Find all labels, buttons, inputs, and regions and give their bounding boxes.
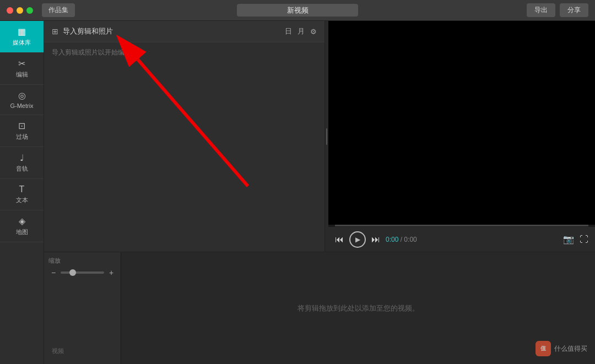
sidebar-item-text[interactable]: T 文本 (0, 179, 44, 210)
titlebar-right: 导出 分享 (527, 3, 588, 17)
preview-controls: ⏮ ▶ ⏭ 0:00 / 0:00 📷 ⛶ (328, 226, 595, 252)
top-section: ⊞ 导入剪辑和照片 日 月 ⚙ 导入剪辑或照片以开始编辑。 (44, 21, 595, 252)
sidebar-item-audio[interactable]: ♩ 音轨 (0, 147, 44, 179)
library-title-row: ⊞ 导入剪辑和照片 (52, 26, 113, 36)
sidebar-item-map[interactable]: ◈ 地图 (0, 210, 44, 242)
zoom-out-button[interactable]: − (48, 268, 58, 277)
main-layout: ▦ 媒体库 ✂ 编辑 ◎ G-Metrix ⊡ 过场 ♩ 音轨 T 文本 ◈ 地… (0, 21, 595, 364)
screenshot-button[interactable]: 📷 (563, 234, 574, 245)
settings-button[interactable]: ⚙ (310, 28, 317, 36)
skip-back-button[interactable]: ⏮ (335, 235, 344, 245)
sidebar-item-media[interactable]: ▦ 媒体库 (0, 21, 44, 53)
preview-panel: ⏮ ▶ ⏭ 0:00 / 0:00 📷 ⛶ (328, 21, 595, 252)
video-track-label: 视频 (52, 347, 64, 355)
zoom-slider[interactable] (61, 271, 104, 274)
text-icon: T (19, 184, 25, 194)
zoom-thumb[interactable] (69, 269, 76, 276)
view-month-button[interactable]: 月 (298, 26, 305, 36)
zoom-control: − + (48, 268, 116, 277)
sidebar-label-edit: 编辑 (16, 70, 28, 79)
timeline-main: 将剪辑拖放到此处以添加至您的视频。 (121, 252, 595, 364)
fullscreen-button[interactable]: ⛶ (580, 234, 588, 245)
titlebar: 作品集 导出 分享 (0, 0, 595, 21)
library-header: ⊞ 导入剪辑和照片 日 月 ⚙ (44, 21, 324, 42)
sidebar: ▦ 媒体库 ✂ 编辑 ◎ G-Metrix ⊡ 过场 ♩ 音轨 T 文本 ◈ 地… (0, 21, 44, 364)
library-hint: 导入剪辑或照片以开始编辑。 (52, 48, 138, 57)
titlebar-center (237, 4, 358, 17)
timeline-left: 缩放 − + 视频 (44, 252, 121, 364)
sidebar-label-text: 文本 (16, 196, 28, 204)
sidebar-item-gmetrix[interactable]: ◎ G-Metrix (0, 85, 44, 115)
video-preview-area (328, 21, 595, 225)
sidebar-label-transition: 过场 (16, 133, 28, 141)
library-body: 导入剪辑或照片以开始编辑。 (44, 42, 324, 252)
skip-forward-button[interactable]: ⏭ (371, 235, 380, 245)
timeline-drag-hint: 将剪辑拖放到此处以添加至您的视频。 (298, 303, 419, 313)
transition-icon: ⊡ (18, 121, 25, 131)
sidebar-label-audio: 音轨 (16, 165, 28, 173)
watermark: 值 什么值得买 (536, 341, 587, 356)
collection-button[interactable]: 作品集 (42, 3, 75, 17)
zoom-label: 缩放 (48, 257, 116, 265)
play-button[interactable]: ▶ (349, 231, 366, 248)
audio-icon: ♩ (20, 153, 24, 163)
time-current: 0:00 (386, 236, 398, 243)
watermark-icon: 值 (536, 341, 551, 356)
library-panel: ⊞ 导入剪辑和照片 日 月 ⚙ 导入剪辑或照片以开始编辑。 (44, 21, 325, 252)
watermark-text: 什么值得买 (554, 344, 587, 354)
titlebar-left: 作品集 (7, 3, 75, 17)
library-actions: 日 月 ⚙ (285, 26, 317, 36)
zoom-in-button[interactable]: + (106, 268, 116, 277)
sidebar-label-map: 地图 (16, 228, 28, 236)
traffic-lights (7, 7, 33, 14)
close-button[interactable] (7, 7, 13, 14)
library-panel-icon: ⊞ (52, 27, 58, 36)
media-icon: ▦ (18, 26, 26, 37)
maximize-button[interactable] (26, 7, 33, 14)
content-area: ⊞ 导入剪辑和照片 日 月 ⚙ 导入剪辑或照片以开始编辑。 (44, 21, 595, 364)
export-button[interactable]: 导出 (527, 3, 555, 17)
divider-line (326, 128, 327, 145)
view-day-button[interactable]: 日 (285, 26, 292, 36)
library-title: 导入剪辑和照片 (63, 26, 113, 36)
sidebar-label-media: 媒体库 (13, 39, 31, 47)
gmetrix-icon: ◎ (18, 90, 26, 101)
sidebar-item-edit[interactable]: ✂ 编辑 (0, 53, 44, 85)
share-button[interactable]: 分享 (560, 3, 588, 17)
title-input[interactable] (237, 4, 358, 17)
map-icon: ◈ (19, 216, 25, 226)
bottom-section: 缩放 − + 视频 将剪辑拖放到此处以添加至您的视频。 值 什 (44, 252, 595, 364)
edit-icon: ✂ (18, 58, 25, 69)
watermark-icon-text: 值 (540, 345, 546, 352)
sidebar-label-gmetrix: G-Metrix (10, 102, 33, 109)
minimize-button[interactable] (17, 7, 23, 14)
preview-extra-buttons: 📷 ⛶ (563, 234, 588, 245)
time-display: 0:00 / 0:00 (386, 236, 558, 243)
sidebar-item-transition[interactable]: ⊡ 过场 (0, 115, 44, 147)
